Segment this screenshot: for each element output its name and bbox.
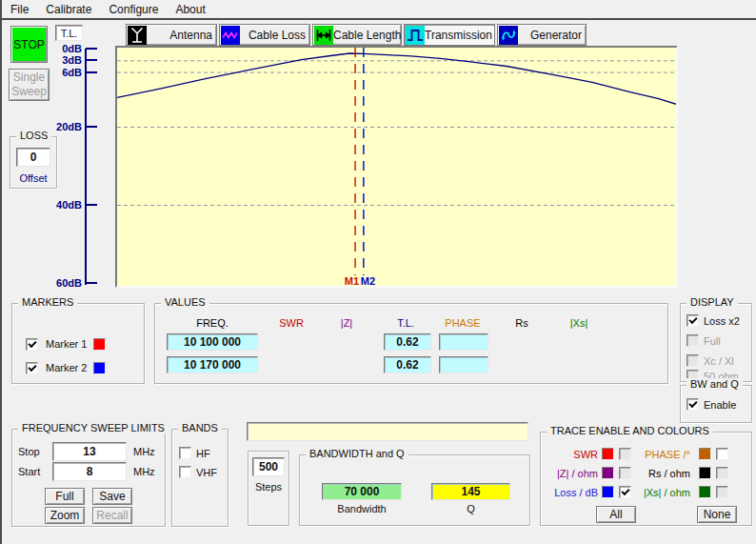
single-sweep-line2: Sweep bbox=[11, 85, 47, 99]
trace-rs-checkbox[interactable] bbox=[716, 467, 728, 479]
steps-label: Steps bbox=[249, 481, 288, 493]
tab-generator[interactable]: Generator bbox=[497, 24, 587, 46]
marker1-checkbox[interactable] bbox=[26, 338, 38, 351]
trace-loss-label: Loss / dB bbox=[543, 487, 598, 498]
q-value: 145 bbox=[431, 483, 510, 500]
tab-cable-length[interactable]: Cable Length bbox=[312, 24, 402, 46]
marker2-checkbox[interactable] bbox=[26, 362, 38, 374]
trace-group-title: TRACE ENABLE AND COLOURS bbox=[547, 425, 713, 436]
y-axis-tick bbox=[86, 71, 97, 73]
antenna-icon bbox=[128, 26, 147, 45]
trace-phase-swatch[interactable] bbox=[699, 448, 711, 460]
app-window: File Calibrate Configure About STOP Sing… bbox=[0, 0, 756, 544]
start-freq-input[interactable]: 8 bbox=[52, 462, 127, 481]
sweep-limits-group: FREQUENCY SWEEP LIMITS Stop 13 MHz Start… bbox=[11, 429, 166, 527]
steps-panel: 500 Steps bbox=[248, 451, 289, 526]
trace-swr-label: SWR bbox=[543, 449, 598, 460]
marker2-color-swatch[interactable] bbox=[93, 362, 106, 374]
y-axis-tick bbox=[86, 204, 97, 206]
sweep-chart[interactable]: M1M2 bbox=[115, 46, 678, 288]
bands-group: BANDS HF VHF bbox=[171, 429, 229, 527]
vhf-label: VHF bbox=[196, 467, 217, 478]
trace-phase-checkbox[interactable] bbox=[716, 448, 728, 460]
chart-svg: M1M2 bbox=[117, 48, 676, 286]
marker2-tl-value: 0.62 bbox=[384, 356, 431, 373]
cable-length-icon bbox=[314, 26, 333, 45]
cable-loss-icon bbox=[221, 26, 240, 45]
trace-z-checkbox[interactable] bbox=[619, 467, 631, 479]
col-freq: FREQ. bbox=[167, 317, 258, 329]
markers-group-title: MARKERS bbox=[18, 296, 77, 308]
all-traces-button[interactable]: All bbox=[596, 506, 636, 523]
loss-group-title: LOSS bbox=[16, 130, 51, 141]
y-axis-label: 3dB bbox=[38, 54, 82, 66]
chart-plot-area[interactable]: M1M2 bbox=[117, 48, 676, 286]
bands-group-title: BANDS bbox=[178, 422, 222, 433]
tab-cable-length-label: Cable Length bbox=[333, 29, 405, 42]
loss-x2-checkbox[interactable] bbox=[686, 314, 699, 327]
marker1-phase-value bbox=[439, 333, 488, 351]
trace-xs-swatch[interactable] bbox=[699, 486, 711, 498]
values-group-title: VALUES bbox=[161, 296, 209, 308]
vhf-checkbox[interactable] bbox=[179, 466, 191, 478]
recall-button[interactable]: Recall bbox=[92, 507, 132, 524]
bandwidth-q-title: BANDWIDTH and Q bbox=[306, 448, 408, 459]
y-axis-label: 40dB bbox=[38, 199, 82, 211]
menu-file[interactable]: File bbox=[2, 1, 37, 18]
full-sweep-button[interactable]: Full bbox=[45, 488, 85, 505]
menu-about[interactable]: About bbox=[167, 1, 213, 18]
y-axis-tick bbox=[86, 59, 97, 61]
marker1-color-swatch[interactable] bbox=[93, 338, 106, 351]
menu-configure[interactable]: Configure bbox=[100, 1, 167, 18]
marker-label-m2: M2 bbox=[361, 275, 375, 286]
tab-antenna[interactable]: Antenna bbox=[126, 24, 217, 46]
start-label: Start bbox=[18, 466, 40, 477]
menu-bar: File Calibrate Configure About bbox=[2, 0, 756, 20]
tab-antenna-label: Antenna bbox=[169, 29, 216, 42]
display-group: DISPLAY Loss x2 Full Xc / Xl 50 ohm bbox=[680, 303, 752, 382]
markers-group: MARKERS Marker 1 Marker 2 bbox=[11, 303, 145, 384]
no-traces-button[interactable]: None bbox=[697, 506, 737, 523]
hf-label: HF bbox=[196, 448, 210, 459]
display-group-title: DISPLAY bbox=[686, 296, 738, 308]
stop-freq-input[interactable]: 13 bbox=[52, 442, 127, 461]
menu-calibrate[interactable]: Calibrate bbox=[37, 1, 100, 18]
tab-generator-label: Generator bbox=[530, 29, 586, 42]
marker1-label: Marker 1 bbox=[46, 338, 87, 350]
marker2-phase-value bbox=[439, 356, 488, 373]
tab-cable-loss-label: Cable Loss bbox=[249, 29, 309, 42]
loss-offset-input[interactable]: 0 bbox=[16, 148, 50, 167]
loss-offset-label: Offset bbox=[10, 172, 56, 184]
trace-swr-checkbox[interactable] bbox=[619, 448, 631, 460]
values-group: VALUES FREQ. SWR |Z| T.L. PHASE Rs |Xs| … bbox=[154, 303, 668, 384]
bandwidth-label: Bandwidth bbox=[322, 503, 402, 514]
save-button[interactable]: Save bbox=[92, 488, 132, 505]
stop-unit-label: MHz bbox=[133, 446, 155, 457]
xc-xl-label: Xc / Xl bbox=[704, 355, 734, 367]
trace-xs-checkbox[interactable] bbox=[716, 486, 728, 498]
trace-z-label: |Z| / ohm bbox=[543, 468, 598, 479]
bw-enable-label: Enable bbox=[704, 399, 736, 411]
y-axis-label: 6dB bbox=[38, 67, 82, 78]
marker1-freq-value: 10 100 000 bbox=[167, 333, 258, 351]
tab-transmission[interactable]: Transmission bbox=[404, 24, 495, 46]
bw-enable-checkbox[interactable] bbox=[686, 398, 699, 411]
col-phase: PHASE bbox=[434, 317, 491, 329]
hf-checkbox[interactable] bbox=[179, 447, 191, 459]
full-checkbox[interactable] bbox=[686, 334, 699, 347]
zoom-button[interactable]: Zoom bbox=[45, 507, 85, 524]
marker2-freq-value: 10 170 000 bbox=[167, 356, 258, 373]
trace-rs-label: Rs / ohm bbox=[640, 468, 690, 479]
trace-rs-swatch[interactable] bbox=[699, 467, 711, 479]
tab-cable-loss[interactable]: Cable Loss bbox=[219, 24, 310, 46]
y-axis-label: 0dB bbox=[38, 43, 82, 54]
start-unit-label: MHz bbox=[133, 466, 155, 477]
trace-loss-swatch[interactable] bbox=[602, 486, 614, 498]
xc-xl-checkbox[interactable] bbox=[686, 354, 699, 367]
generator-icon bbox=[499, 26, 518, 45]
tab-transmission-label: Transmission bbox=[425, 29, 496, 42]
trace-swr-swatch[interactable] bbox=[602, 448, 614, 460]
steps-input[interactable]: 500 bbox=[252, 457, 285, 476]
trace-loss-checkbox[interactable] bbox=[619, 486, 631, 498]
trace-z-swatch[interactable] bbox=[602, 467, 614, 479]
